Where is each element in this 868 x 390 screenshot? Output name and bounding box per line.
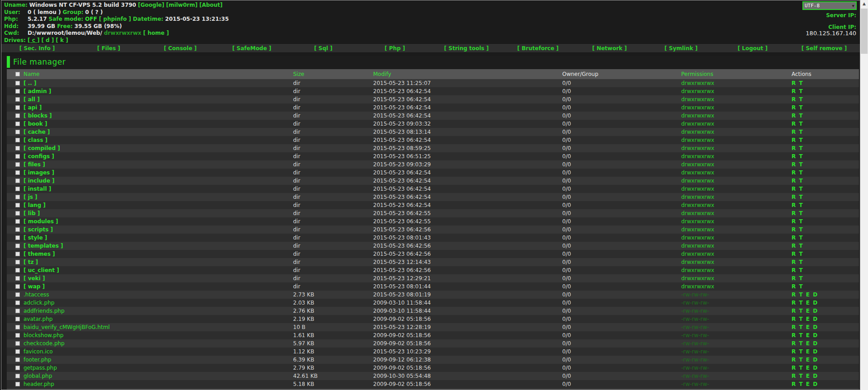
file-action-links[interactable]: R T E D (792, 323, 859, 331)
file-name-link[interactable]: [ book ] (24, 121, 47, 127)
file-permissions-link[interactable]: drwxrwxrwx (681, 169, 792, 177)
row-checkbox[interactable] (15, 317, 20, 321)
col-header-permissions[interactable]: Permissions (681, 69, 792, 79)
file-permissions-link[interactable]: drwxrwxrwx (681, 209, 792, 217)
file-permissions-link[interactable]: drwxrwxrwx (681, 160, 792, 169)
row-checkbox[interactable] (15, 179, 20, 183)
scroll-up-button[interactable]: ▲ (860, 0, 868, 8)
file-permissions-link[interactable]: drwxrwxrwx (681, 120, 792, 128)
row-checkbox[interactable] (15, 366, 20, 370)
row-checkbox[interactable] (15, 113, 20, 118)
file-name-link[interactable]: header.php (24, 381, 54, 387)
file-action-links[interactable]: R T (792, 152, 859, 160)
row-checkbox[interactable] (15, 105, 20, 110)
file-name-link[interactable]: [ class ] (24, 137, 47, 143)
row-checkbox[interactable] (15, 203, 20, 207)
file-permissions-link[interactable]: -rw-rw-rw- (681, 372, 792, 380)
file-name-link[interactable]: [ blocks ] (24, 113, 52, 119)
file-name-link[interactable]: [ wap ] (24, 283, 45, 290)
charset-select[interactable]: UTF-8 ▼ (803, 2, 856, 9)
file-action-links[interactable]: R T E D (792, 339, 859, 348)
row-checkbox[interactable] (15, 333, 20, 338)
row-checkbox[interactable] (15, 357, 20, 362)
drive-c-link[interactable]: [ c ] (28, 37, 39, 43)
row-checkbox[interactable] (15, 170, 20, 175)
file-name-link[interactable]: [ scripts ] (24, 226, 53, 233)
file-name-link[interactable]: [ uc_client ] (24, 267, 59, 273)
file-permissions-link[interactable]: drwxrwxrwx (681, 79, 792, 87)
nav-tab-sec-info[interactable]: [ Sec. Info ] (1, 45, 73, 52)
file-action-links[interactable]: R T (792, 177, 859, 185)
file-action-links[interactable]: R T E D (792, 315, 859, 323)
select-all-checkbox[interactable] (15, 72, 20, 76)
row-checkbox[interactable] (15, 260, 20, 264)
file-name-link[interactable]: [ lang ] (24, 202, 46, 208)
file-permissions-link[interactable]: drwxrwxrwx (681, 144, 792, 152)
row-checkbox[interactable] (15, 235, 20, 240)
file-permissions-link[interactable]: -rw-rw-rw- (681, 331, 792, 339)
file-permissions-link[interactable]: drwxrwxrwx (681, 250, 792, 258)
file-action-links[interactable]: R T (792, 79, 859, 87)
file-permissions-link[interactable]: drwxrwxrwx (681, 112, 792, 120)
row-checkbox[interactable] (15, 219, 20, 224)
file-name-link[interactable]: [ .. ] (24, 80, 36, 86)
row-checkbox[interactable] (15, 187, 20, 191)
file-action-links[interactable]: R T (792, 103, 859, 112)
file-action-links[interactable]: R T (792, 250, 859, 258)
row-checkbox[interactable] (15, 162, 20, 167)
about-link[interactable]: [About] (199, 2, 223, 8)
file-permissions-link[interactable]: drwxrwxrwx (681, 282, 792, 291)
row-checkbox[interactable] (15, 374, 20, 378)
file-action-links[interactable]: R T E D (792, 372, 859, 380)
file-action-links[interactable]: R T (792, 242, 859, 250)
file-name-link[interactable]: [ cache ] (24, 129, 50, 135)
file-permissions-link[interactable]: -rw-rw-rw- (681, 323, 792, 331)
row-checkbox[interactable] (15, 97, 20, 102)
file-action-links[interactable]: R T (792, 217, 859, 226)
row-checkbox[interactable] (15, 268, 20, 273)
nav-tab-self-remove[interactable]: [ Self remove ] (788, 45, 860, 52)
scrollbar[interactable]: ▲ (860, 0, 868, 390)
row-checkbox[interactable] (15, 122, 20, 126)
row-checkbox[interactable] (15, 309, 20, 313)
file-action-links[interactable]: R T (792, 87, 859, 95)
file-permissions-link[interactable]: drwxrwxrwx (681, 103, 792, 112)
file-action-links[interactable]: R T E D (792, 331, 859, 339)
file-permissions-link[interactable]: drwxrwxrwx (681, 217, 792, 226)
row-checkbox[interactable] (15, 325, 20, 329)
row-checkbox[interactable] (15, 130, 20, 134)
row-checkbox[interactable] (15, 146, 20, 150)
file-permissions-link[interactable]: -rw-rw-rw- (681, 348, 792, 356)
row-checkbox[interactable] (15, 301, 20, 305)
file-action-links[interactable]: R T E D (792, 291, 859, 299)
file-action-links[interactable]: R T (792, 160, 859, 169)
file-action-links[interactable]: R T E D (792, 380, 859, 388)
file-action-links[interactable]: R T (792, 112, 859, 120)
file-name-link[interactable]: [ install ] (24, 186, 51, 192)
nav-tab-bruteforce[interactable]: [ Bruteforce ] (502, 45, 574, 52)
nav-tab-symlink[interactable]: [ Symlink ] (645, 45, 717, 52)
google-link[interactable]: [Google] (138, 2, 164, 8)
row-checkbox[interactable] (15, 81, 20, 85)
file-name-link[interactable]: [ js ] (24, 194, 38, 200)
row-checkbox[interactable] (15, 252, 20, 256)
file-permissions-link[interactable]: -rw-rw-rw- (681, 291, 792, 299)
file-action-links[interactable]: R T E D (792, 388, 859, 390)
file-name-link[interactable]: [ themes ] (24, 251, 55, 257)
row-checkbox[interactable] (15, 244, 20, 248)
row-checkbox[interactable] (15, 341, 20, 346)
file-action-links[interactable]: R T (792, 234, 859, 242)
file-action-links[interactable]: R T (792, 95, 859, 103)
file-action-links[interactable]: R T (792, 282, 859, 291)
file-name-link[interactable]: [ style ] (24, 235, 47, 241)
file-action-links[interactable]: R T (792, 258, 859, 266)
file-permissions-link[interactable]: drwxrwxrwx (681, 136, 792, 144)
file-name-link[interactable]: adclick.php (24, 300, 54, 306)
nav-tab-network[interactable]: [ Network ] (574, 45, 645, 52)
nav-tab-files[interactable]: [ Files ] (73, 45, 144, 52)
file-action-links[interactable]: R T (792, 193, 859, 201)
file-permissions-link[interactable]: drwxrwxrwx (681, 234, 792, 242)
file-permissions-link[interactable]: drwxrwxrwx (681, 193, 792, 201)
file-name-link[interactable]: footer.php (24, 357, 51, 363)
file-name-link[interactable]: [ tz ] (24, 259, 38, 265)
